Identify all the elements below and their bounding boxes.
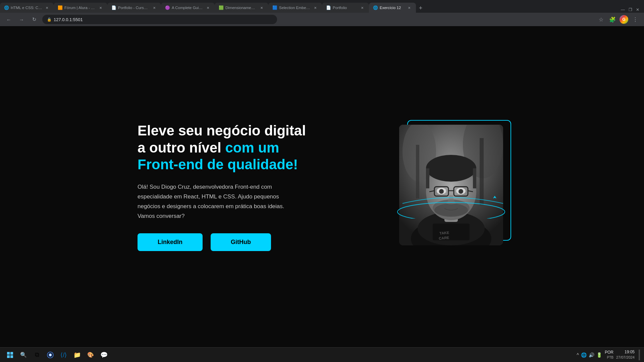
- person-silhouette-svg: TAKE CARE: [399, 125, 503, 245]
- taskbar-task-view[interactable]: ⧉: [31, 349, 43, 361]
- hero-title-highlight: com um: [225, 140, 279, 156]
- hero-image-wrapper: TAKE CARE: [399, 125, 506, 249]
- tab-close-4[interactable]: ✕: [205, 5, 211, 10]
- svg-rect-29: [10, 352, 13, 355]
- tray-battery-icon[interactable]: 🔋: [596, 352, 602, 358]
- tab-favicon-3: 📄: [111, 5, 116, 10]
- taskbar-figma-icon[interactable]: 🎨: [85, 349, 97, 361]
- language-sub: PTB: [605, 355, 613, 360]
- language-code: POR: [605, 350, 613, 355]
- tabs-container: 🌐 HTML e CSS: Classes, po... ✕ 🟧 Fórum |…: [0, 3, 621, 13]
- svg-rect-4: [480, 138, 484, 205]
- tab-exercicio12[interactable]: 🌐 Exercício 12 ✕: [369, 3, 416, 13]
- tab-selection-embed[interactable]: 🟦 Selection Embed Code -... ✕: [268, 3, 322, 13]
- taskbar-chrome-icon[interactable]: [44, 349, 56, 361]
- photo-inner: TAKE CARE: [399, 125, 503, 245]
- new-tab-button[interactable]: +: [416, 3, 425, 13]
- taskbar-vscode-icon[interactable]: ⟨/⟩: [58, 349, 70, 361]
- hero-description: Olá! Sou Diogo Cruz, desenvolvedora Fron…: [138, 182, 299, 221]
- tab-close-8[interactable]: ✕: [407, 5, 412, 10]
- svg-text:TAKE: TAKE: [439, 231, 449, 235]
- window-controls: — ❐ ✕: [621, 7, 644, 13]
- toolbar-icons: ☆ 🧩 G ⋮: [596, 15, 640, 24]
- tab-close-6[interactable]: ✕: [313, 5, 318, 10]
- svg-rect-11: [426, 168, 429, 188]
- lock-icon: 🔒: [47, 17, 52, 22]
- tab-dimensionamento[interactable]: 🟩 Dimensionamento de ca... ✕: [215, 3, 268, 13]
- show-desktop-button[interactable]: [639, 350, 640, 360]
- tab-close-7[interactable]: ✕: [360, 5, 365, 10]
- tab-close-1[interactable]: ✕: [44, 5, 50, 10]
- tab-alura[interactable]: 🟧 Fórum | Alura - Cursos on... ✕: [54, 3, 107, 13]
- svg-point-20: [439, 189, 444, 194]
- photo-container: TAKE CARE: [399, 125, 506, 249]
- tab-portfolio[interactable]: 📄 Portfolio ✕: [322, 3, 369, 13]
- tab-close-2[interactable]: ✕: [98, 5, 103, 10]
- reload-button[interactable]: ↻: [30, 15, 39, 24]
- bookmark-star-icon[interactable]: ☆: [596, 15, 606, 24]
- tab-favicon-5: 🟩: [219, 5, 223, 10]
- browser-chrome: 🌐 HTML e CSS: Classes, po... ✕ 🟧 Fórum |…: [0, 0, 644, 26]
- linkedin-button[interactable]: LinkedIn: [138, 233, 203, 251]
- close-button[interactable]: ✕: [635, 7, 640, 12]
- taskbar-right: ^ 🌐 🔊 🔋 POR PTB 19:05 27/07/2024: [577, 349, 640, 360]
- tray-chevron-icon[interactable]: ^: [577, 352, 579, 358]
- svg-point-21: [459, 189, 463, 194]
- back-button[interactable]: ←: [4, 15, 13, 24]
- photo-box: TAKE CARE: [399, 125, 503, 245]
- tray-network-icon[interactable]: 🌐: [581, 352, 587, 358]
- tab-html-css[interactable]: 🌐 HTML e CSS: Classes, po... ✕: [0, 3, 54, 13]
- extensions-icon[interactable]: 🧩: [608, 15, 617, 24]
- taskbar-clock: 19:05 27/07/2024: [616, 349, 635, 360]
- tab-label-5: Dimensionamento de ca...: [225, 6, 257, 10]
- profile-avatar[interactable]: G: [620, 15, 628, 24]
- tab-label-6: Selection Embed Code -...: [279, 6, 311, 10]
- menu-icon[interactable]: ⋮: [631, 15, 640, 24]
- hero-title-part2: a outro nível: [138, 140, 225, 156]
- tab-favicon-8: 🌐: [373, 5, 378, 10]
- minimize-button[interactable]: —: [621, 7, 625, 12]
- start-button[interactable]: [4, 349, 16, 361]
- tab-favicon-1: 🌐: [4, 5, 9, 10]
- hero-section: Eleve seu negócio digital a outro nível …: [138, 122, 506, 251]
- restore-button[interactable]: ❐: [628, 7, 633, 12]
- tab-close-3[interactable]: ✕: [152, 5, 157, 10]
- tab-flexbox[interactable]: 🟣 A Complete Guide To Fle... ✕: [161, 3, 215, 13]
- tab-favicon-2: 🟧: [58, 5, 62, 10]
- tab-label-3: Portfolio - Curso 1 (Copy...: [118, 6, 150, 10]
- forward-button[interactable]: →: [17, 15, 26, 24]
- svg-point-34: [49, 354, 51, 356]
- tab-favicon-7: 📄: [326, 5, 331, 10]
- svg-point-10: [426, 155, 476, 182]
- tab-portfolio-copy[interactable]: 📄 Portfolio - Curso 1 (Copy... ✕: [107, 3, 161, 13]
- svg-rect-7: [433, 224, 470, 240]
- tray-volume-icon[interactable]: 🔊: [589, 352, 594, 358]
- svg-rect-30: [7, 355, 10, 358]
- hero-title-part1: Eleve seu negócio digital: [138, 123, 306, 138]
- tab-label-8: Exercício 12: [380, 6, 405, 10]
- svg-rect-12: [473, 168, 476, 188]
- tab-close-5[interactable]: ✕: [259, 5, 264, 10]
- taskbar-folder-icon[interactable]: 📁: [71, 349, 83, 361]
- taskbar-search-icon[interactable]: 🔍: [17, 349, 30, 361]
- tab-favicon-4: 🟣: [165, 5, 170, 10]
- clock-date: 27/07/2024: [616, 355, 635, 360]
- taskbar-discord-icon[interactable]: 💬: [98, 349, 110, 361]
- tab-label-4: A Complete Guide To Fle...: [172, 6, 203, 10]
- language-indicator: POR PTB: [605, 350, 613, 360]
- svg-rect-31: [10, 355, 13, 358]
- tab-bar: 🌐 HTML e CSS: Classes, po... ✕ 🟧 Fórum |…: [0, 0, 644, 13]
- url-text: 127.0.0.1:5501: [54, 17, 83, 22]
- tab-label-1: HTML e CSS: Classes, po...: [11, 6, 42, 10]
- github-button[interactable]: GitHub: [211, 233, 271, 251]
- taskbar: 🔍 ⧉ ⟨/⟩ 📁 🎨 💬 ^ 🌐 🔊 🔋 POR PTB 19:05 27/0…: [0, 347, 644, 362]
- svg-rect-3: [416, 145, 419, 198]
- hero-title-part3: Front-end de qualidade!: [138, 157, 298, 172]
- clock-time: 19:05: [616, 349, 635, 355]
- url-input[interactable]: 🔒 127.0.0.1:5501: [42, 15, 277, 24]
- taskbar-tray: ^ 🌐 🔊 🔋: [577, 352, 602, 358]
- address-bar: ← → ↻ 🔒 127.0.0.1:5501 ☆ 🧩 G ⋮: [0, 13, 644, 26]
- user-profile-icon[interactable]: G: [619, 15, 629, 24]
- tab-favicon-6: 🟦: [272, 5, 277, 10]
- tab-label-7: Portfolio: [333, 6, 358, 10]
